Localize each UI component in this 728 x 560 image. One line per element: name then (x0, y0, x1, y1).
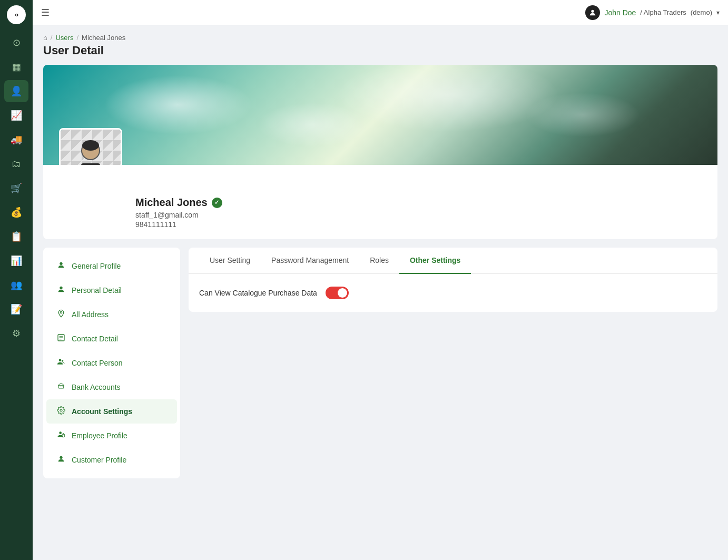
breadcrumb-sep2: / (76, 34, 78, 42)
main-area: ☰ John Doe / Alpha Traders (demo) ▾ ⌂ / … (33, 0, 728, 560)
sidebar-item-analytics[interactable]: ▦ (4, 56, 28, 78)
nav-item-bank-accounts[interactable]: Bank Accounts (46, 375, 177, 399)
tab-password-management[interactable]: Password Management (261, 248, 359, 274)
account-settings-icon (57, 406, 65, 417)
personal-detail-icon (57, 285, 65, 296)
nav-item-general-profile[interactable]: General Profile (46, 254, 177, 278)
svg-point-13 (59, 431, 62, 434)
setting-row-catalogue: Can View Catalogue Purchase Data (199, 287, 707, 299)
reports-icon: 📊 (11, 255, 22, 267)
dashboard-icon: ⊙ (13, 37, 21, 48)
svg-point-8 (60, 311, 62, 313)
svg-point-5 (82, 140, 99, 151)
tab-content-other-settings: Can View Catalogue Purchase Data (189, 274, 717, 312)
sidebar-item-users[interactable]: 👤 (4, 80, 28, 102)
user-demo-label: (demo) (691, 8, 712, 16)
nav-label-customer-profile: Customer Profile (72, 456, 126, 464)
user-avatar-top (585, 5, 600, 20)
sidebar-item-chart[interactable]: 📈 (4, 104, 28, 126)
sidebar-item-reports[interactable]: 📊 (4, 250, 28, 272)
profile-phone: 9841111111 (135, 220, 702, 229)
toggle-thumb (338, 288, 347, 298)
logo-icon: ⚬ (13, 10, 20, 20)
tab-roles[interactable]: Roles (359, 248, 399, 274)
menu-icon[interactable]: ☰ (41, 7, 50, 18)
nav-item-contact-detail[interactable]: Contact Detail (46, 327, 177, 351)
nav-item-personal-detail[interactable]: Personal Detail (46, 278, 177, 302)
catalogue-toggle[interactable] (326, 287, 349, 299)
topbar-right: John Doe / Alpha Traders (demo) ▾ (585, 5, 720, 20)
left-nav: General Profile Personal Detail All Addr… (43, 248, 180, 478)
nav-label-contact-detail: Contact Detail (72, 335, 118, 343)
breadcrumb: ⌂ / Users / Micheal Jones (43, 34, 717, 42)
breadcrumb-current: Micheal Jones (82, 34, 125, 42)
sidebar-item-settings[interactable]: ⚙ (4, 322, 28, 345)
profile-banner (43, 65, 717, 165)
nav-label-bank-accounts: Bank Accounts (72, 383, 121, 391)
sidebar-item-dashboard[interactable]: ⊙ (4, 32, 28, 54)
nav-label-employee-profile: Employee Profile (72, 431, 127, 440)
profile-email: staff_1@gmail.com (135, 211, 702, 219)
svg-point-11 (62, 360, 63, 361)
users-icon: 👤 (11, 85, 22, 97)
employee-profile-icon (57, 430, 65, 441)
cart-icon: 🛒 (11, 182, 22, 194)
topbar-dropdown-icon[interactable]: ▾ (716, 9, 720, 16)
bank-accounts-icon (57, 382, 65, 392)
svg-point-7 (60, 287, 62, 289)
nav-label-account-settings: Account Settings (72, 407, 132, 416)
tabs: User Setting Password Management Roles O… (189, 248, 717, 274)
page-title: User Detail (43, 44, 717, 57)
svg-point-15 (60, 456, 62, 459)
nav-item-customer-profile[interactable]: Customer Profile (46, 448, 177, 472)
profile-avatar-img (61, 130, 121, 165)
sidebar-item-delivery[interactable]: 🚚 (4, 129, 28, 151)
tab-other-settings[interactable]: Other Settings (399, 248, 471, 274)
profile-card: Micheal Jones ✓ staff_1@gmail.com 984111… (43, 65, 717, 239)
sidebar-item-cart[interactable]: 🛒 (4, 177, 28, 199)
right-panel: User Setting Password Management Roles O… (189, 248, 717, 312)
nav-item-account-settings[interactable]: Account Settings (46, 399, 177, 424)
svg-point-12 (60, 409, 62, 411)
svg-rect-3 (81, 163, 100, 165)
sidebar-item-team[interactable]: 👥 (4, 274, 28, 296)
profile-name-text: Micheal Jones (135, 197, 208, 209)
sidebar-item-list[interactable]: 📝 (4, 298, 28, 320)
user-name-top[interactable]: John Doe (604, 8, 636, 17)
sidebar-logo[interactable]: ⚬ (7, 5, 26, 24)
chart-icon: 📈 (11, 110, 22, 121)
content-area: ⌂ / Users / Micheal Jones User Detail (33, 25, 728, 560)
settings-icon: ⚙ (12, 328, 21, 339)
nav-item-contact-person[interactable]: Contact Person (46, 351, 177, 375)
home-icon[interactable]: ⌂ (43, 34, 47, 42)
user-company: / Alpha Traders (640, 8, 686, 16)
bottom-section: General Profile Personal Detail All Addr… (43, 248, 717, 478)
finance-icon: 💰 (11, 207, 22, 218)
nav-label-general-profile: General Profile (72, 262, 121, 270)
team-icon: 👥 (11, 279, 22, 291)
verified-badge: ✓ (212, 198, 222, 208)
orders-icon: 📋 (11, 231, 22, 242)
list-icon: 📝 (11, 303, 22, 315)
toggle-track (326, 287, 349, 299)
breadcrumb-users-link[interactable]: Users (55, 34, 73, 42)
profile-avatar-wrap (59, 128, 122, 165)
inventory-icon: 🗂 (12, 159, 21, 170)
nav-item-employee-profile[interactable]: Employee Profile (46, 424, 177, 448)
sidebar-item-orders[interactable]: 📋 (4, 225, 28, 248)
profile-name: Micheal Jones ✓ (135, 197, 702, 209)
sidebar-item-finance[interactable]: 💰 (4, 201, 28, 223)
sidebar-item-inventory[interactable]: 🗂 (4, 153, 28, 175)
nav-label-personal-detail: Personal Detail (72, 286, 122, 294)
svg-point-6 (60, 262, 62, 265)
nav-item-all-address[interactable]: All Address (46, 302, 177, 327)
svg-point-0 (592, 9, 594, 12)
topbar-left: ☰ (41, 7, 50, 18)
general-profile-icon (57, 261, 65, 271)
delivery-icon: 🚚 (11, 134, 22, 145)
contact-detail-icon (57, 333, 65, 344)
analytics-icon: ▦ (12, 61, 21, 73)
nav-label-contact-person: Contact Person (72, 359, 123, 367)
contact-person-icon (57, 358, 65, 368)
tab-user-setting[interactable]: User Setting (199, 248, 261, 274)
